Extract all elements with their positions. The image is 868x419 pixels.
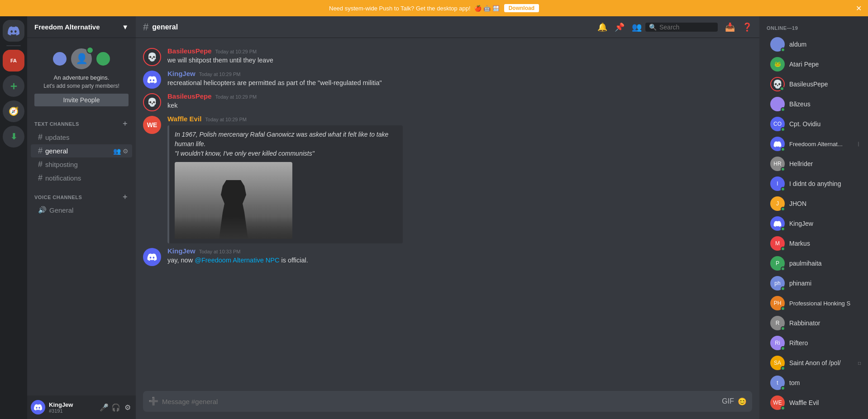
member-name: Saint Anon of /pol/ [789, 359, 854, 367]
member-note: □ [858, 361, 861, 366]
member-item[interactable]: Freedoom Alternat... ｜ [763, 134, 864, 154]
member-item[interactable]: Băzeus [763, 94, 864, 114]
member-name: Rabbinator [789, 319, 861, 327]
current-user-tag: #3191 [49, 408, 96, 414]
member-avatar: 🐸 [770, 57, 785, 71]
download-button[interactable]: Download [504, 4, 539, 12]
member-name: I didnt do anything [789, 180, 861, 187]
message-content: KingJew Today at 10:29 PM recreational h… [167, 70, 752, 89]
search-icon: 🔍 [649, 24, 657, 31]
settings-icon[interactable]: ⚙ [123, 148, 129, 155]
member-avatar [770, 137, 785, 151]
add-server-button[interactable]: ＋ [3, 75, 24, 97]
server-header[interactable]: Freedom Alternative ▼ [27, 16, 136, 38]
deafen-button[interactable]: 🎧 [111, 403, 120, 412]
message-author[interactable]: KingJew [167, 70, 196, 77]
channel-shitposting[interactable]: # shitposting [31, 158, 132, 171]
member-item[interactable]: 💀 BasileusPepe [763, 74, 864, 94]
add-attachment-icon[interactable]: ➕ [148, 391, 158, 412]
member-item[interactable]: KingJew [763, 214, 864, 233]
bell-icon[interactable]: 🔔 [597, 22, 607, 32]
member-item[interactable]: CO Cpt. Ovidiu [763, 114, 864, 134]
member-item[interactable]: M Markus [763, 233, 864, 253]
message-input[interactable] [162, 392, 718, 411]
member-avatar: PH [770, 296, 785, 310]
member-status-dot [781, 48, 785, 52]
message-input-area: ➕ GIF 😊 [136, 391, 759, 419]
search-input[interactable] [659, 24, 714, 31]
message-text: recreational helicopters are permitted a… [167, 78, 752, 87]
server-icon-fa[interactable]: FA [3, 50, 24, 71]
member-item[interactable]: R Rabbinator [763, 313, 864, 333]
member-avatar: I [770, 176, 785, 191]
member-item[interactable]: P paulmihaita [763, 253, 864, 273]
member-item[interactable]: WE Waffle Evil [763, 393, 864, 413]
text-channels-label: TEXT CHANNELS [34, 121, 79, 127]
message-author[interactable]: BasileusPepe [167, 92, 212, 100]
discord-home-button[interactable] [3, 20, 24, 42]
member-status-dot [781, 286, 785, 291]
announcement-banner: Need system-wide Push to Talk? Get the d… [0, 0, 868, 16]
member-item[interactable]: HR Hellrider [763, 154, 864, 174]
member-name: aldum [789, 41, 861, 48]
message-author[interactable]: BasileusPepe [167, 47, 212, 55]
channel-general[interactable]: # general 👥 ⚙ [31, 144, 132, 157]
channel-notifications[interactable]: # notifications [31, 171, 132, 185]
message-embed: In 1967, Polish mercenary Rafal Ganowicz… [167, 125, 403, 243]
help-icon[interactable]: ❓ [742, 22, 752, 32]
member-avatar: M [770, 236, 785, 251]
message-header: KingJew Today at 10:29 PM [167, 70, 752, 77]
message-avatar [143, 71, 161, 89]
member-item[interactable]: ph phinami [763, 273, 864, 293]
members-icon[interactable]: 👥 [632, 22, 642, 32]
explore-servers-button[interactable]: 🧭 [3, 100, 24, 122]
banner-close-button[interactable]: ✕ [856, 4, 862, 13]
member-item[interactable]: Ri Riftero [763, 333, 864, 353]
member-item[interactable]: I I didnt do anything [763, 174, 864, 194]
adventure-text: An adventure begins. [54, 74, 110, 81]
invite-people-button[interactable]: Invite People [34, 94, 129, 106]
voice-channel-general[interactable]: 🔊 General [31, 204, 132, 216]
message-author[interactable]: Waffle Evil [167, 115, 201, 123]
server-divider [6, 45, 21, 46]
message-text: we will shitpost them until they leave [167, 56, 752, 65]
member-status-dot [781, 227, 785, 231]
user-controls: 🎤 🎧 ⚙ [100, 403, 132, 412]
members-sidebar: ONLINE—19 aldum 🐸 Atari Pepe 💀 BasileusP… [759, 16, 868, 419]
channel-hash-icon: # [38, 160, 43, 169]
search-bar[interactable]: 🔍 [645, 23, 718, 32]
inbox-icon[interactable]: 📥 [725, 22, 735, 32]
member-name: KingJew [789, 220, 861, 227]
add-text-channel-button[interactable]: ＋ [121, 119, 129, 129]
member-avatar: ph [770, 276, 785, 290]
member-item[interactable]: aldum [763, 34, 864, 54]
member-item[interactable]: SA Saint Anon of /pol/ □ [763, 353, 864, 373]
message-header: BasileusPepe Today at 10:29 PM [167, 47, 752, 55]
text-channels-header[interactable]: TEXT CHANNELS ＋ [27, 112, 136, 130]
add-member-icon[interactable]: 👥 [113, 148, 121, 155]
mention-link[interactable]: @Freedoom Alternative NPC [195, 257, 279, 264]
message-author[interactable]: KingJew [167, 247, 196, 255]
emoji-button[interactable]: 😊 [738, 397, 747, 406]
member-item[interactable]: J JHON [763, 194, 864, 214]
pin-icon[interactable]: 📌 [615, 22, 625, 32]
message-row: WE Waffle Evil Today at 10:29 PM In 1967… [136, 113, 759, 245]
member-status-dot [781, 167, 785, 171]
user-settings-button[interactable]: ⚙ [123, 403, 132, 412]
members-section-header: ONLINE—19 [759, 24, 868, 34]
member-item[interactable]: 🐸 Atari Pepe [763, 54, 864, 74]
server-name: Freedom Alternative [34, 23, 100, 31]
apple-icon: 🍎 [474, 5, 482, 12]
add-voice-channel-button[interactable]: ＋ [121, 192, 129, 202]
current-user-avatar [31, 400, 45, 414]
mute-button[interactable]: 🎤 [100, 403, 109, 412]
channel-hash-icon: # [38, 146, 43, 156]
voice-channels-header[interactable]: VOICE CHANNELS ＋ [27, 185, 136, 204]
gif-button[interactable]: GIF [722, 397, 734, 405]
channel-updates[interactable]: # updates [31, 131, 132, 144]
member-name: Professional Honking S [789, 300, 861, 307]
member-item[interactable]: t tom [763, 373, 864, 393]
download-app-button[interactable]: ⬇ [3, 126, 24, 148]
member-status-dot [781, 346, 785, 351]
member-item[interactable]: PH Professional Honking S [763, 293, 864, 313]
